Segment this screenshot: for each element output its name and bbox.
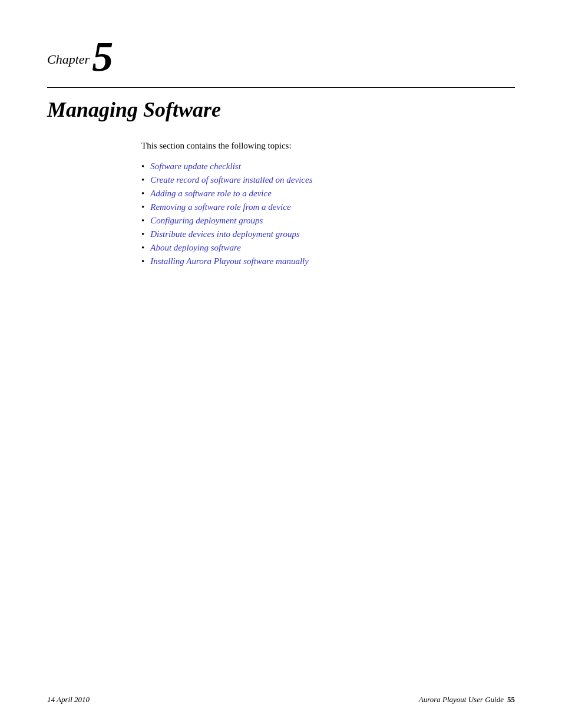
bullet-icon: • bbox=[141, 189, 144, 199]
footer-date: 14 April 2010 bbox=[47, 695, 90, 704]
topics-list: • Software update checklist • Create rec… bbox=[141, 162, 515, 266]
bullet-icon: • bbox=[141, 216, 144, 226]
bullet-icon: • bbox=[141, 256, 144, 266]
bullet-icon: • bbox=[141, 229, 144, 239]
list-item: • Adding a software role to a device bbox=[141, 189, 515, 199]
topic-link-3[interactable]: Adding a software role to a device bbox=[150, 189, 272, 199]
topic-link-5[interactable]: Configuring deployment groups bbox=[150, 216, 263, 226]
chapter-title: Managing Software bbox=[47, 97, 515, 122]
topic-link-4[interactable]: Removing a software role from a device bbox=[150, 202, 290, 212]
chapter-header: Chapter 5 bbox=[47, 35, 515, 83]
list-item: • Create record of software installed on… bbox=[141, 175, 515, 185]
page-container: Chapter 5 Managing Software This section… bbox=[0, 0, 562, 728]
topic-link-1[interactable]: Software update checklist bbox=[150, 162, 241, 172]
footer-page-number: 55 bbox=[507, 695, 515, 704]
footer-guide: Aurora Playout User Guide 55 bbox=[419, 695, 515, 704]
list-item: • Distribute devices into deployment gro… bbox=[141, 229, 515, 239]
list-item: • Software update checklist bbox=[141, 162, 515, 172]
topic-link-8[interactable]: Installing Aurora Playout software manua… bbox=[150, 256, 309, 266]
bullet-icon: • bbox=[141, 202, 144, 212]
footer-guide-title: Aurora Playout User Guide bbox=[419, 695, 504, 704]
list-item: • Configuring deployment groups bbox=[141, 216, 515, 226]
bullet-icon: • bbox=[141, 162, 144, 172]
chapter-number: 5 bbox=[92, 35, 113, 78]
bullet-icon: • bbox=[141, 175, 144, 185]
intro-text: This section contains the following topi… bbox=[141, 141, 515, 151]
list-item: • Installing Aurora Playout software man… bbox=[141, 256, 515, 266]
bullet-icon: • bbox=[141, 243, 144, 253]
topic-link-7[interactable]: About deploying software bbox=[150, 243, 241, 253]
page-footer: 14 April 2010 Aurora Playout User Guide … bbox=[47, 695, 515, 704]
topic-link-6[interactable]: Distribute devices into deployment group… bbox=[150, 229, 300, 239]
chapter-label: Chapter bbox=[47, 52, 90, 67]
chapter-divider bbox=[47, 87, 515, 88]
list-item: • Removing a software role from a device bbox=[141, 202, 515, 212]
list-item: • About deploying software bbox=[141, 243, 515, 253]
topic-link-2[interactable]: Create record of software installed on d… bbox=[150, 175, 312, 185]
